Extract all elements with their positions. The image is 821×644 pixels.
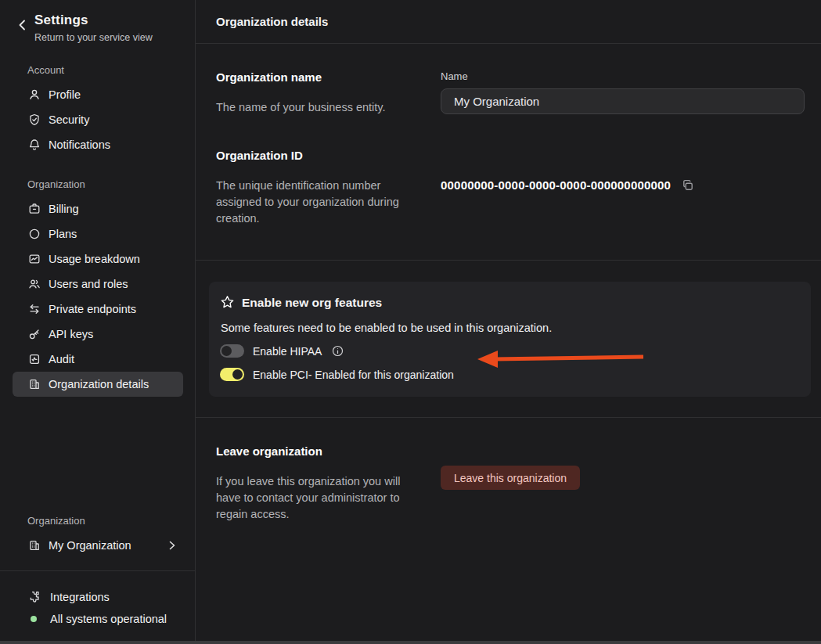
- leave-title: Leave organization: [216, 444, 441, 458]
- org-id-description: The unique identification number assigne…: [216, 178, 413, 227]
- system-status[interactable]: All systems operational: [13, 608, 182, 630]
- features-title: Enable new org features: [242, 296, 382, 310]
- sidebar-item-label: API keys: [49, 328, 93, 340]
- window-bottom-edge: [0, 641, 821, 644]
- pci-toggle-label: Enable PCI- Enabled for this organizatio…: [253, 369, 454, 381]
- sidebar-item-profile[interactable]: Profile: [13, 82, 183, 107]
- sidebar-item-label: Organization details: [49, 378, 149, 390]
- billing-icon: [27, 203, 41, 216]
- leave-section: Leave organization If you leave this org…: [196, 418, 821, 556]
- user-icon: [27, 88, 41, 102]
- sidebar-item-users-and-roles[interactable]: Users and roles: [13, 272, 183, 297]
- sidebar-footer: Integrations All systems operational: [0, 571, 195, 641]
- org-switcher-label: Organization: [27, 515, 195, 527]
- audit-icon: [27, 353, 41, 366]
- org-identity-section: Organization name The name of your busin…: [196, 44, 821, 261]
- org-name-description: The name of your business entity.: [216, 99, 413, 116]
- hipaa-toggle[interactable]: [220, 344, 244, 358]
- chevron-right-icon: [169, 541, 175, 550]
- copy-icon[interactable]: [682, 179, 694, 192]
- sidebar-item-audit[interactable]: Audit: [13, 347, 183, 372]
- status-dot-icon: [31, 616, 37, 622]
- nav-section-label-organization: Organization: [27, 178, 195, 190]
- sidebar-item-label: Plans: [49, 228, 77, 240]
- hipaa-toggle-label: Enable HIPAA: [253, 345, 322, 358]
- integrations-label: Integrations: [50, 591, 110, 603]
- sidebar-item-label: Usage breakdown: [49, 253, 140, 265]
- bell-icon: [27, 139, 41, 152]
- leave-organization-button[interactable]: Leave this organization: [441, 466, 580, 490]
- sidebar-title: Settings: [34, 13, 153, 28]
- pci-toggle[interactable]: [220, 368, 244, 381]
- status-label: All systems operational: [50, 613, 167, 625]
- sidebar-item-plans[interactable]: Plans: [13, 221, 183, 246]
- org-id-title: Organization ID: [216, 149, 441, 162]
- sidebar-item-notifications[interactable]: Notifications: [13, 132, 183, 157]
- usage-chart-icon: [27, 253, 41, 266]
- sidebar: Settings Return to your service view Acc…: [0, 0, 196, 641]
- sidebar-subtitle[interactable]: Return to your service view: [34, 32, 153, 43]
- info-icon[interactable]: [332, 345, 344, 357]
- key-icon: [27, 328, 41, 341]
- swap-arrows-icon: [27, 303, 41, 316]
- sidebar-item-label: Profile: [49, 88, 81, 101]
- building-icon: [27, 378, 41, 391]
- sidebar-item-security[interactable]: Security: [13, 107, 183, 132]
- org-name-title: Organization name: [216, 70, 441, 84]
- sidebar-header: Settings Return to your service view: [0, 0, 195, 43]
- sidebar-item-api-keys[interactable]: API keys: [13, 322, 183, 347]
- sidebar-item-usage-breakdown[interactable]: Usage breakdown: [13, 246, 183, 272]
- sidebar-item-label: Notifications: [49, 139, 110, 151]
- sidebar-item-label: Users and roles: [49, 278, 128, 290]
- sidebar-item-organization-details[interactable]: Organization details: [13, 372, 183, 397]
- users-icon: [27, 278, 41, 291]
- star-icon: [220, 295, 235, 310]
- features-card: Enable new org features Some features ne…: [209, 282, 811, 397]
- pci-toggle-row: Enable PCI- Enabled for this organizatio…: [220, 368, 795, 381]
- org-switcher[interactable]: My Organization: [13, 533, 183, 558]
- puzzle-icon: [27, 590, 41, 603]
- settings-app: Settings Return to your service view Acc…: [0, 0, 821, 641]
- integrations-link[interactable]: Integrations: [13, 585, 182, 608]
- hipaa-toggle-row: Enable HIPAA: [220, 344, 795, 358]
- page-title: Organization details: [196, 0, 821, 44]
- main-content: Organization details Organization name T…: [196, 0, 821, 641]
- features-description: Some features need to be enabled to be u…: [221, 322, 795, 334]
- circle-icon: [27, 228, 41, 241]
- sidebar-item-label: Audit: [49, 353, 74, 365]
- name-field-label: Name: [441, 70, 805, 82]
- shield-check-icon: [27, 113, 41, 127]
- sidebar-item-billing[interactable]: Billing: [13, 196, 183, 221]
- leave-description: If you leave this organization you will …: [216, 473, 413, 523]
- building-icon: [27, 539, 41, 552]
- org-id-value: 00000000-0000-0000-0000-000000000000: [441, 178, 671, 192]
- nav-section-label-account: Account: [27, 64, 195, 76]
- org-name-input[interactable]: [441, 88, 805, 114]
- sidebar-item-private-endpoints[interactable]: Private endpoints: [13, 297, 183, 322]
- sidebar-item-label: Private endpoints: [49, 303, 136, 315]
- back-chevron-icon[interactable]: [14, 17, 30, 33]
- sidebar-item-label: Security: [49, 113, 89, 126]
- sidebar-item-label: Billing: [49, 203, 79, 215]
- features-section: Enable new org features Some features ne…: [196, 261, 821, 418]
- org-switcher-name: My Organization: [49, 539, 131, 552]
